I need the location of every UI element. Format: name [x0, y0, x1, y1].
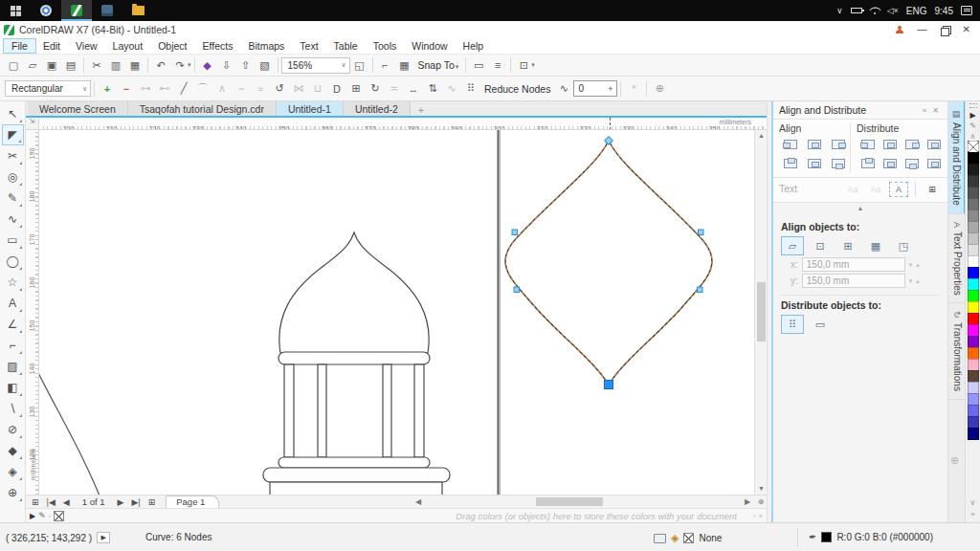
taskbar-coreldraw[interactable] [61, 0, 92, 21]
align-to-page-center-icon[interactable]: ⊞ [836, 236, 859, 255]
color-eyedropper-tool[interactable]: ∖ [2, 398, 24, 419]
reverse-direction-icon[interactable]: ↺ [270, 80, 289, 98]
reflect-nodes-horizontally-icon[interactable]: ↔ [404, 80, 423, 98]
add-tool-icon[interactable]: ⊕ [650, 80, 669, 98]
distribute-to-page-extent-icon[interactable]: ▭ [809, 315, 832, 334]
application-launcher-icon[interactable]: ▧ [256, 56, 275, 74]
color-swatch[interactable] [968, 428, 979, 440]
connector-tool[interactable]: ⌐ [2, 335, 24, 356]
crop-tool[interactable]: ✂ [2, 145, 24, 166]
x-dropdown-icon[interactable]: ▾ [909, 261, 913, 269]
taskbar-explorer[interactable] [122, 0, 153, 21]
account-icon[interactable] [896, 26, 904, 34]
document-tab[interactable]: Welcome Screen [28, 101, 128, 116]
palette-more-icon[interactable]: » [970, 510, 974, 518]
redo-icon[interactable]: ↷ [170, 56, 189, 74]
curve-node[interactable] [698, 287, 703, 293]
align-center-vertically-icon[interactable] [803, 155, 826, 172]
menu-item[interactable]: Text [292, 39, 325, 53]
palette-scroll-down-icon[interactable]: ∨ [970, 498, 976, 507]
text-tool[interactable]: A [2, 293, 24, 314]
rotate-skew-nodes-icon[interactable]: ↻ [366, 80, 385, 98]
menu-item[interactable]: Help [456, 39, 492, 53]
new-document-icon[interactable]: ▢ [4, 56, 23, 74]
paste-icon[interactable]: ▦ [125, 56, 145, 74]
show-grid-icon[interactable]: ▦ [395, 56, 414, 74]
no-color-swatch[interactable] [54, 511, 64, 521]
taskbar-chrome[interactable] [31, 0, 61, 21]
palette-flyout-icon[interactable]: ▶ [30, 512, 35, 520]
palette-scroll-left-icon[interactable]: ‹ [49, 512, 52, 520]
ruler-origin[interactable]: ⇲ [26, 118, 39, 130]
reflect-nodes-vertically-icon[interactable]: ⇅ [423, 80, 442, 98]
undo-icon[interactable]: ↶ [151, 56, 170, 74]
y-dropdown-icon[interactable]: ▾ [909, 277, 913, 285]
text-baseline-first-line-icon[interactable]: Aa [843, 182, 862, 197]
shape-tool[interactable]: ◤ [2, 124, 24, 145]
wifi-icon[interactable] [870, 8, 880, 14]
drop-shadow-tool[interactable]: ▨ [2, 356, 24, 377]
document-tab[interactable]: Untitled-1 [277, 101, 344, 116]
import-icon[interactable]: ⇩ [217, 56, 236, 74]
polygon-tool[interactable]: ☆ [2, 272, 24, 293]
artistic-media-tool[interactable]: ∿ [2, 209, 24, 230]
text-baseline-last-line-icon[interactable]: Aa [866, 182, 885, 197]
palette-scroll-right-icon[interactable]: › [753, 512, 756, 520]
distribute-top-icon[interactable] [857, 155, 880, 172]
extract-subpath-icon[interactable]: ⊔ [308, 80, 327, 98]
menu-item[interactable]: Window [404, 39, 455, 53]
align-to-active-objects-icon[interactable]: ▱ [781, 236, 804, 255]
align-to-grid-icon[interactable]: ▦ [864, 236, 887, 255]
save-icon[interactable]: ▣ [42, 56, 61, 74]
horizontal-scroll-thumb[interactable] [536, 497, 603, 506]
vertical-ruler[interactable]: 190180170160150140130120 millimeters [26, 130, 39, 495]
menu-item[interactable]: Object [150, 39, 194, 53]
close-button[interactable]: ✕ [963, 25, 970, 34]
dome-tower-drawing[interactable] [263, 232, 450, 495]
copy-icon[interactable]: ▥ [106, 56, 125, 74]
distribute-right-icon[interactable] [901, 136, 924, 153]
menu-item[interactable]: Tools [366, 39, 405, 53]
outline-pen-icon[interactable]: ✒ [809, 532, 816, 542]
add-docker-icon[interactable]: ⊕ [950, 454, 959, 467]
export-icon[interactable]: ⇧ [236, 56, 256, 74]
curve-node[interactable] [514, 287, 520, 293]
palette-eyedropper-icon[interactable]: ✎ [38, 511, 46, 520]
zoom-level-combo[interactable]: 156% ∨ [281, 57, 350, 74]
curve-node[interactable] [512, 230, 518, 235]
text-outline-icon[interactable]: ⊞ [923, 182, 942, 197]
document-tab[interactable]: Tsaqofah tutorial Design.cdr [128, 101, 277, 116]
distribute-center-horizontally-icon[interactable] [879, 136, 902, 153]
horizontal-ruler[interactable]: ⇲ 20021022023024025026027028029030031032… [26, 118, 767, 130]
tool-preset-combo[interactable]: Rectangular ∨ [5, 80, 91, 97]
curve-node[interactable] [699, 230, 704, 235]
scroll-left-icon[interactable]: ◀ [412, 496, 424, 508]
curve-node[interactable] [605, 137, 612, 144]
cusp-node-icon[interactable]: ∧ [212, 80, 232, 98]
clock[interactable]: 9:45 [935, 6, 953, 16]
convert-to-line-icon[interactable]: ╱ [174, 80, 193, 98]
menu-item[interactable]: File [4, 39, 35, 53]
zoom-tool[interactable]: ◎ [2, 166, 24, 187]
break-curve-icon[interactable]: ⊷ [155, 80, 174, 98]
align-to-page-edge-icon[interactable]: ⊡ [809, 236, 832, 255]
distribute-bottom-icon[interactable] [901, 155, 924, 172]
menu-item[interactable]: Layout [105, 39, 151, 53]
palette-more-icon[interactable]: » [759, 512, 763, 520]
vertical-scrollbar[interactable]: ▲ ▼ [754, 130, 767, 495]
interactive-fill-tool[interactable]: ◈ [2, 461, 24, 482]
full-screen-preview-icon[interactable]: ◱ [350, 56, 369, 74]
cut-icon[interactable]: ✂ [87, 56, 106, 74]
pick-tool[interactable]: ↖ [2, 103, 24, 124]
selected-curve-object[interactable] [505, 141, 712, 385]
align-center-horizontally-icon[interactable] [803, 136, 826, 153]
curve-smoothness-spinner[interactable]: 0 + [573, 80, 617, 97]
reduce-nodes-button[interactable]: Reduce Nodes [480, 83, 554, 95]
menu-item[interactable]: Edit [35, 39, 68, 53]
align-left-icon[interactable] [779, 136, 802, 153]
horizontal-scrollbar[interactable]: ◀ ▶ ⊕ [412, 495, 767, 508]
menu-item[interactable]: Bitmaps [240, 39, 292, 53]
palette-flyout-icon[interactable]: ▶ [969, 110, 975, 121]
scroll-right-icon[interactable]: ▶ [742, 496, 753, 508]
palette-eyedropper-icon[interactable]: ✎ [969, 121, 976, 131]
